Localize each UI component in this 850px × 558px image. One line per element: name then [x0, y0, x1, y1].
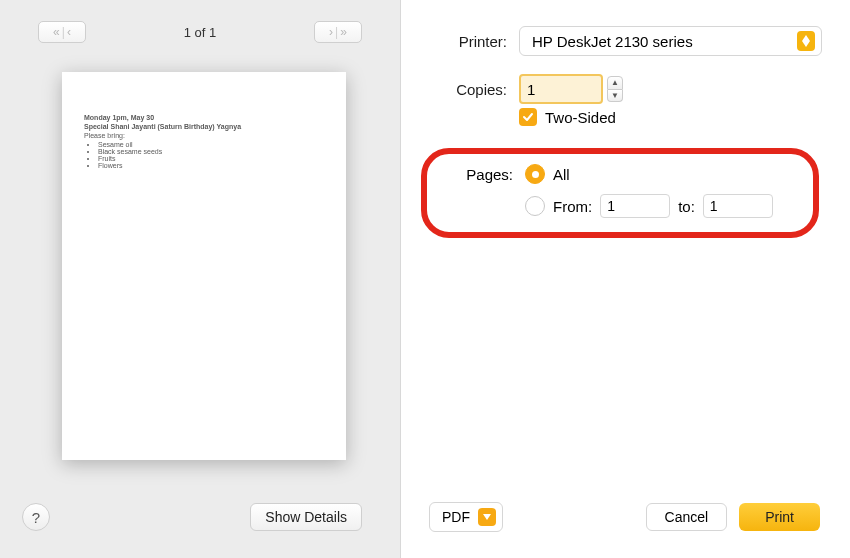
printer-row: Printer: HP DeskJet 2130 series	[429, 26, 822, 56]
pages-to-input[interactable]	[703, 194, 773, 218]
preview-list: Sesame oil Black sesame seeds Fruits Flo…	[98, 141, 324, 169]
printer-value: HP DeskJet 2130 series	[532, 33, 693, 50]
preview-list-item: Fruits	[98, 155, 324, 162]
preview-nav: « | ‹ 1 of 1 › | »	[0, 0, 400, 48]
two-sided-row: Two-Sided	[519, 108, 822, 126]
next-page-button[interactable]: › | »	[314, 21, 362, 43]
chevron-down-icon	[478, 508, 496, 526]
pages-range-row: From: to:	[525, 194, 773, 218]
chevron-left-icon: ‹	[67, 26, 71, 38]
cancel-button[interactable]: Cancel	[646, 503, 728, 531]
pages-all-radio[interactable]	[525, 164, 545, 184]
copies-stepper[interactable]: ▲ ▼	[607, 76, 623, 102]
copies-input[interactable]	[519, 74, 603, 104]
preview-footer: ? Show Details	[0, 494, 400, 558]
show-details-label: Show Details	[265, 509, 347, 525]
copies-row: Copies: ▲ ▼	[429, 74, 822, 104]
pages-all-label: All	[553, 166, 570, 183]
pages-from-label: From:	[553, 198, 592, 215]
options-pane: Printer: HP DeskJet 2130 series Copies: …	[400, 0, 850, 558]
chevron-right-icon: ›	[329, 26, 333, 38]
stepper-down-icon[interactable]: ▼	[607, 90, 623, 103]
check-icon	[522, 111, 534, 123]
chevron-first-icon: «	[53, 26, 60, 38]
two-sided-checkbox[interactable]	[519, 108, 537, 126]
stepper-up-icon[interactable]: ▲	[607, 76, 623, 90]
preview-line-3: Please bring:	[84, 132, 324, 139]
pdf-menu-button[interactable]: PDF	[429, 502, 503, 532]
preview-list-item: Sesame oil	[98, 141, 324, 148]
preview-list-item: Black sesame seeds	[98, 148, 324, 155]
page-indicator: 1 of 1	[184, 25, 217, 40]
print-button[interactable]: Print	[739, 503, 820, 531]
preview-list-item: Flowers	[98, 162, 324, 169]
help-icon: ?	[32, 509, 40, 526]
pages-all-row: All	[525, 164, 773, 184]
printer-select[interactable]: HP DeskJet 2130 series	[519, 26, 822, 56]
pages-options: All From: to:	[525, 164, 773, 218]
preview-pane: « | ‹ 1 of 1 › | » Monday 1pm, May 30 Sp…	[0, 0, 400, 558]
help-button[interactable]: ?	[22, 503, 50, 531]
preview-line-1: Monday 1pm, May 30	[84, 114, 324, 121]
pdf-label: PDF	[442, 509, 470, 525]
pages-range-radio[interactable]	[525, 196, 545, 216]
print-dialog: « | ‹ 1 of 1 › | » Monday 1pm, May 30 Sp…	[0, 0, 850, 558]
pages-highlight: Pages: All From: to:	[421, 148, 819, 238]
preview-line-2: Special Shani Jayanti (Saturn Birthday) …	[84, 123, 324, 130]
page-preview: Monday 1pm, May 30 Special Shani Jayanti…	[62, 72, 346, 460]
print-label: Print	[765, 509, 794, 525]
options-footer: PDF Cancel Print	[401, 494, 850, 558]
copies-label: Copies:	[429, 81, 507, 98]
pages-from-input[interactable]	[600, 194, 670, 218]
prev-page-button[interactable]: « | ‹	[38, 21, 86, 43]
chevron-last-icon: »	[340, 26, 347, 38]
pages-to-label: to:	[678, 198, 695, 215]
select-arrows-icon	[797, 31, 815, 51]
pages-label: Pages:	[435, 164, 513, 183]
printer-label: Printer:	[429, 33, 507, 50]
cancel-label: Cancel	[665, 509, 709, 525]
show-details-button[interactable]: Show Details	[250, 503, 362, 531]
two-sided-label: Two-Sided	[545, 109, 616, 126]
